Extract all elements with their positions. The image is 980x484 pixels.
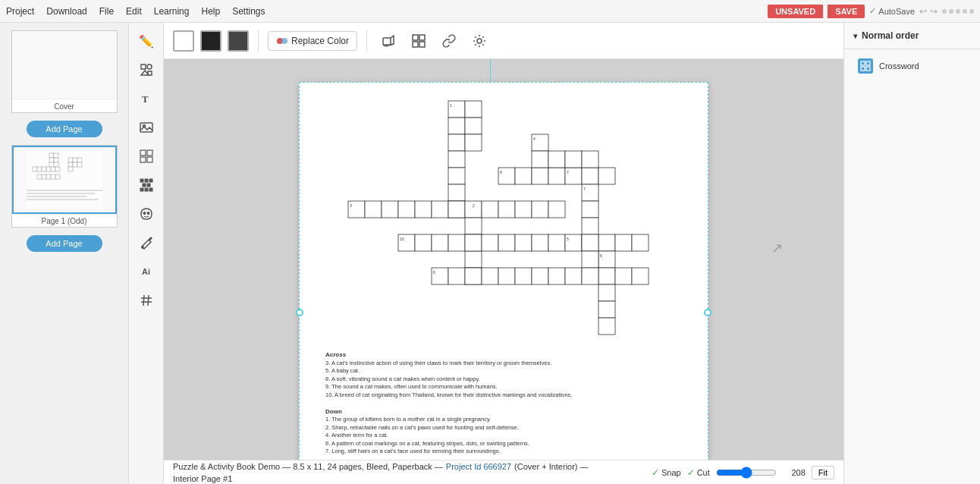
- svg-rect-86: [532, 151, 548, 168]
- svg-rect-101: [498, 201, 515, 218]
- unsaved-button[interactable]: UNSAVED: [768, 5, 823, 18]
- undo-button[interactable]: ↩: [919, 6, 927, 17]
- svg-rect-102: [515, 201, 532, 218]
- svg-rect-123: [598, 234, 615, 251]
- menu-download[interactable]: Download: [46, 6, 86, 17]
- link-button[interactable]: [437, 29, 461, 53]
- replace-color-button[interactable]: Replace Color: [268, 31, 357, 51]
- autosave-check-icon: ✓: [869, 6, 876, 16]
- svg-rect-103: [532, 201, 548, 218]
- right-panel-header[interactable]: ▾ Normal order: [844, 23, 980, 49]
- svg-rect-11: [46, 167, 51, 171]
- fit-button[interactable]: Fit: [812, 466, 834, 479]
- cut-check-icon: ✓: [687, 467, 695, 478]
- ai-tool-button[interactable]: Ai: [133, 258, 160, 285]
- svg-rect-84: [582, 168, 598, 184]
- svg-rect-30: [141, 64, 146, 69]
- down-clue-6: 6. A pattern of coat markings on a cat, …: [325, 440, 682, 448]
- svg-point-63: [477, 39, 482, 43]
- menu-file[interactable]: File: [99, 6, 114, 17]
- svg-rect-60: [419, 35, 425, 40]
- grid-view-button[interactable]: [407, 29, 431, 53]
- svg-rect-24: [77, 162, 82, 167]
- svg-rect-85: [598, 168, 615, 184]
- svg-rect-139: [615, 268, 632, 284]
- selection-handle-left[interactable]: [296, 309, 303, 316]
- down-clue-4: 4. Another term for a cat.: [325, 432, 682, 440]
- svg-rect-26: [27, 190, 102, 191]
- svg-point-51: [141, 246, 144, 249]
- svg-rect-111: [415, 234, 432, 251]
- svg-rect-154: [866, 67, 870, 71]
- svg-rect-4: [49, 158, 54, 162]
- menu-help[interactable]: Help: [201, 6, 220, 17]
- cut-toggle[interactable]: ✓ Cut: [687, 467, 710, 478]
- interior-label: Interior Page #1: [173, 474, 232, 483]
- cover-preview-svg: [34, 42, 95, 88]
- page1-thumb-preview: [12, 146, 117, 214]
- normal-order-label: Normal order: [862, 30, 919, 41]
- pages-panel: Cover Add Page: [0, 23, 129, 484]
- mask-tool-button[interactable]: [133, 200, 160, 228]
- canvas-scroll[interactable]: .cw { fill: white; stroke: #333; stroke-…: [164, 59, 843, 460]
- svg-rect-142: [598, 301, 615, 318]
- svg-point-50: [147, 212, 149, 214]
- crossword-layer-item[interactable]: Crossword: [849, 52, 975, 80]
- edit-tool-button[interactable]: ✏️: [133, 27, 160, 55]
- color-swatch-black[interactable]: [200, 30, 221, 52]
- svg-rect-148: [582, 234, 598, 251]
- svg-rect-100: [482, 201, 498, 218]
- svg-rect-21: [77, 158, 82, 162]
- svg-text:3: 3: [350, 203, 352, 208]
- 3d-view-button[interactable]: [376, 29, 400, 53]
- add-page-after-page1-button[interactable]: Add Page: [27, 235, 102, 252]
- menu-settings[interactable]: Settings: [232, 6, 265, 17]
- svg-rect-20: [73, 158, 77, 162]
- page1-odd-thumb[interactable]: Page 1 (Odd): [11, 145, 118, 228]
- shapes-tool-button[interactable]: [133, 56, 160, 83]
- cover-label: Cover: [54, 99, 74, 112]
- page1-label: Page 1 (Odd): [41, 214, 86, 227]
- zoom-slider[interactable]: [716, 467, 777, 479]
- menu-project[interactable]: Project: [6, 6, 34, 17]
- snap-toggle[interactable]: ✓ Snap: [652, 467, 681, 478]
- svg-rect-89: [582, 151, 598, 168]
- svg-text:9: 9: [500, 170, 502, 174]
- svg-rect-88: [565, 151, 582, 168]
- cover-page-thumb[interactable]: Cover: [11, 30, 118, 113]
- image-tool-button[interactable]: [133, 114, 160, 141]
- menu-edit[interactable]: Edit: [126, 6, 142, 17]
- redo-button[interactable]: ↪: [930, 6, 938, 17]
- svg-rect-2: [49, 153, 54, 158]
- add-page-after-cover-button[interactable]: Add Page: [27, 121, 102, 137]
- text-tool-button[interactable]: T: [133, 85, 160, 112]
- save-button[interactable]: SAVE: [828, 5, 865, 18]
- selection-handle-right[interactable]: [704, 309, 711, 316]
- svg-rect-80: [532, 168, 548, 184]
- svg-rect-37: [140, 150, 146, 156]
- status-bar: Puzzle & Activity Book Demo — 8.5 x 11, …: [164, 460, 843, 484]
- paint-tool-button[interactable]: [133, 229, 160, 256]
- page1-preview-svg: [27, 152, 102, 209]
- svg-rect-133: [498, 268, 515, 284]
- menu-learning[interactable]: Learning: [154, 6, 190, 17]
- svg-rect-25: [68, 167, 73, 171]
- svg-rect-73: [465, 118, 482, 134]
- svg-rect-59: [413, 35, 418, 40]
- color-swatch-dark[interactable]: [228, 30, 249, 52]
- autosave-toggle[interactable]: ✓ AutoSave: [869, 6, 915, 16]
- svg-rect-6: [49, 162, 54, 167]
- pattern-tool-button[interactable]: [133, 171, 160, 199]
- svg-rect-96: [432, 201, 448, 218]
- svg-text:5: 5: [567, 237, 569, 241]
- project-link[interactable]: Project Id 666927: [446, 462, 511, 471]
- svg-rect-94: [398, 201, 415, 218]
- svg-rect-44: [143, 184, 146, 187]
- svg-rect-119: [548, 234, 565, 251]
- svg-rect-143: [598, 318, 615, 335]
- hashtag-tool-button[interactable]: [133, 287, 160, 314]
- 3d-icon: [382, 34, 395, 48]
- settings-button[interactable]: [467, 29, 492, 53]
- puzzle-tool-button[interactable]: [133, 143, 160, 170]
- color-swatch-white[interactable]: [173, 30, 194, 52]
